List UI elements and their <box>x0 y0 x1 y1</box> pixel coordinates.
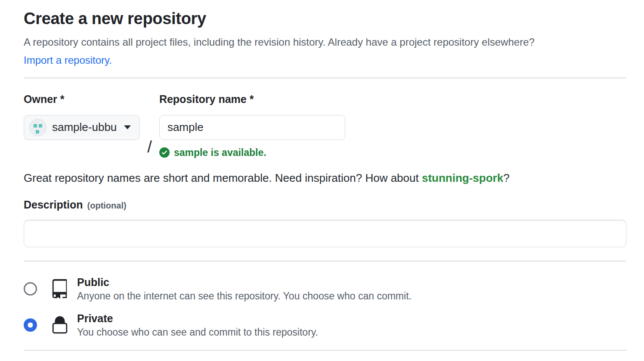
slash-separator: / <box>147 134 152 159</box>
suggestion-text: Great repository names are short and mem… <box>24 171 626 185</box>
lock-icon <box>50 315 70 335</box>
availability-status: sample is available. <box>159 147 345 159</box>
intro-text: A repository contains all project files,… <box>24 35 626 50</box>
private-option-label: Private <box>77 312 318 325</box>
description-block: Description (optional) <box>24 199 626 247</box>
divider <box>24 261 626 261</box>
owner-label: Owner * <box>24 93 140 106</box>
repo-name-input[interactable] <box>159 115 345 140</box>
public-option-description: Anyone on the internet can see this repo… <box>77 290 412 302</box>
owner-avatar <box>29 119 46 136</box>
owner-name: sample-ubbu <box>52 121 117 134</box>
import-repository-link[interactable]: Import a repository. <box>24 54 112 66</box>
description-input[interactable] <box>24 220 626 247</box>
repo-icon <box>50 279 70 299</box>
divider <box>24 78 626 78</box>
private-option-description: You choose who can see and commit to thi… <box>77 327 318 338</box>
suggestion-before: Great repository names are short and mem… <box>24 171 422 184</box>
divider <box>24 350 626 351</box>
public-option-label: Public <box>77 276 412 289</box>
owner-select-button[interactable]: sample-ubbu <box>24 115 140 140</box>
public-radio[interactable] <box>24 282 37 296</box>
check-circle-icon <box>159 147 170 158</box>
availability-text: sample is available. <box>174 147 266 159</box>
page-title: Create a new repository <box>24 9 626 28</box>
description-label: Description <box>24 199 83 211</box>
suggested-repo-name: stunning-spork <box>422 171 503 184</box>
owner-field: Owner * sample-ubbu <box>24 93 140 140</box>
suggestion-after: ? <box>503 171 509 184</box>
chevron-down-icon <box>124 125 131 129</box>
description-optional-note: (optional) <box>87 201 127 211</box>
repo-name-field: Repository name * sample is available. <box>159 93 345 159</box>
visibility-options: Public Anyone on the internet can see th… <box>24 276 626 338</box>
owner-repo-row: Owner * sample-ubbu / Repository name * … <box>24 93 626 159</box>
private-radio[interactable] <box>24 318 37 332</box>
visibility-option-private[interactable]: Private You choose who can see and commi… <box>24 312 626 338</box>
create-repository-page: Create a new repository A repository con… <box>0 0 644 351</box>
repo-name-label: Repository name * <box>159 93 345 106</box>
visibility-option-public[interactable]: Public Anyone on the internet can see th… <box>24 276 626 302</box>
